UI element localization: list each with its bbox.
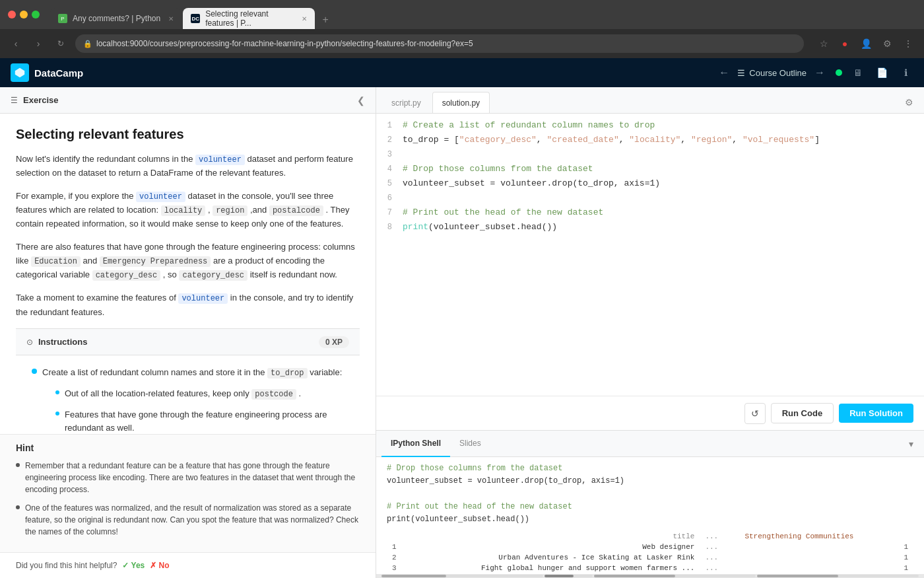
- line-num-8: 8: [376, 221, 403, 235]
- tab-close-active-button[interactable]: ✕: [302, 15, 307, 22]
- editor-settings-button[interactable]: ⚙: [900, 92, 919, 113]
- shell-collapse-button[interactable]: ▾: [904, 433, 919, 454]
- instruction-item-1: Create a list of redundant column names …: [32, 366, 344, 379]
- tab-script-py[interactable]: script.py: [381, 92, 431, 113]
- code-line-1: 1 # Create a list of redundant column na…: [376, 119, 924, 133]
- code-editor: script.py solution.py ⚙ 1 # Create a lis…: [376, 87, 924, 431]
- hint-title: Hint: [16, 443, 360, 453]
- maximize-window-button[interactable]: [32, 11, 40, 18]
- shell-scrollbar[interactable]: [376, 574, 924, 578]
- code-postcode: postcode: [251, 389, 296, 400]
- document-icon[interactable]: 📄: [874, 65, 890, 81]
- reset-button[interactable]: ↺: [744, 403, 766, 424]
- table-cell-1-title: Web designer: [402, 542, 700, 552]
- scrollbar-thumb-3[interactable]: [594, 575, 675, 577]
- reload-button[interactable]: ↻: [53, 36, 69, 52]
- next-chapter-button[interactable]: →: [812, 64, 828, 81]
- scrollbar-thumb-1[interactable]: [381, 575, 446, 577]
- menu-icon[interactable]: ⋮: [900, 36, 916, 52]
- tab-label: Any comments? | Python: [73, 14, 160, 23]
- browser-tabs: P Any comments? | Python ✕ DC Selecting …: [50, 0, 335, 29]
- header-right: 🖥 📄 ℹ: [836, 65, 913, 81]
- shell-line-blank: [387, 488, 913, 500]
- extension-icon-3[interactable]: ⚙: [879, 36, 895, 52]
- back-button[interactable]: ‹: [8, 36, 24, 52]
- scrollbar-track-2[interactable]: [544, 575, 593, 577]
- table-cell-header-num: [387, 531, 402, 542]
- code-line-8: 8 print(volunteer_subset.head()): [376, 221, 924, 235]
- prev-chapter-button[interactable]: ←: [716, 64, 732, 81]
- new-tab-button[interactable]: +: [316, 11, 335, 29]
- header-nav-center: ← ☰ Course Outline →: [716, 64, 828, 81]
- close-window-button[interactable]: [8, 11, 16, 18]
- hint-dot-1: [16, 463, 20, 467]
- code-region: region: [213, 205, 248, 216]
- scrollbar-track-4[interactable]: [757, 575, 919, 577]
- exercise-content: Selecting relevant features Now let's id…: [0, 114, 376, 434]
- instruction-text-1: Create a list of redundant column names …: [42, 366, 342, 379]
- minimize-window-button[interactable]: [20, 11, 28, 18]
- shell-line-code-2: print(volunteer_subset.head()): [387, 513, 913, 526]
- scrollbar-track-3[interactable]: [594, 575, 756, 577]
- exercise-paragraph-1: Now let's identify the redundant columns…: [16, 153, 360, 180]
- table-cell-3-num: 3: [387, 563, 402, 573]
- editor-actions: ↺ Run Code Run Solution: [376, 396, 924, 430]
- hint-dot-2: [16, 505, 20, 509]
- shell-line-comment-2: # Print out the head of the new dataset: [387, 501, 913, 513]
- hint-yes-button[interactable]: ✓ Yes: [122, 561, 145, 570]
- line-num-3: 3: [376, 148, 403, 163]
- feedback-text: Did you find this hint helpful?: [16, 561, 117, 570]
- hint-no-button[interactable]: ✗ No: [150, 561, 169, 570]
- shell-output-table: title ... Strengthening Communities 1 We…: [387, 531, 913, 574]
- tab-script-label: script.py: [391, 98, 421, 108]
- ipython-tab-label: IPython Shell: [391, 439, 441, 448]
- course-outline-button[interactable]: ☰ Course Outline: [737, 68, 807, 78]
- address-text: localhost:9000/courses/preprocessing-for…: [96, 39, 473, 48]
- table-row-2: 2 Urban Adventures - Ice Skating at Lask…: [387, 552, 913, 563]
- tab-slides[interactable]: Slides: [450, 431, 490, 457]
- datacamp-logo: DataCamp: [11, 63, 708, 82]
- extension-icon-2[interactable]: 👤: [858, 36, 874, 52]
- instructions-panel: ⊙ Instructions 0 XP Create a list of red…: [16, 328, 360, 434]
- table-cell-header-val: [898, 531, 913, 542]
- scrollbar-track-1[interactable]: [381, 575, 543, 577]
- forward-button[interactable]: ›: [30, 36, 46, 52]
- extension-icon-1[interactable]: ●: [837, 36, 853, 52]
- tab-close-button[interactable]: ✕: [168, 15, 174, 22]
- exercise-title: Selecting relevant features: [16, 127, 360, 142]
- bookmark-icon[interactable]: ☆: [816, 36, 832, 52]
- line-num-7: 7: [376, 206, 403, 221]
- tab-selecting-features[interactable]: DC Selecting relevant features | P... ✕: [183, 8, 315, 29]
- content-area: ☰ Exercise ❮ Selecting relevant features…: [0, 87, 924, 578]
- course-outline-label: Course Outline: [749, 68, 807, 78]
- tab-favicon-dc: DC: [191, 14, 200, 23]
- xp-badge: 0 XP: [319, 336, 349, 348]
- tab-any-comments[interactable]: P Any comments? | Python ✕: [50, 8, 182, 29]
- editor-tabs: script.py solution.py ⚙: [376, 87, 924, 114]
- code-volunteer-3: volunteer: [178, 293, 228, 304]
- code-locality: locality: [161, 205, 206, 216]
- run-code-button[interactable]: Run Code: [771, 403, 834, 423]
- hint-text-1: Remember that a redundant feature can be…: [25, 460, 360, 495]
- shell-line-comment-1: # Drop those columns from the dataset: [387, 462, 913, 475]
- code-line-4: 4 # Drop those columns from the dataset: [376, 163, 924, 177]
- line-num-4: 4: [376, 163, 403, 177]
- tab-ipython-shell[interactable]: IPython Shell: [381, 431, 450, 457]
- code-line-5: 5 volunteer_subset = volunteer.drop(to_d…: [376, 177, 924, 192]
- scrollbar-thumb-2[interactable]: [544, 575, 574, 577]
- scrollbar-thumb-4[interactable]: [757, 575, 838, 577]
- tab-favicon-green: P: [58, 14, 67, 23]
- info-icon[interactable]: ℹ: [898, 65, 913, 81]
- instruction-subtext-2: Features that have gone through the feat…: [65, 408, 344, 434]
- shell-content[interactable]: # Drop those columns from the dataset vo…: [376, 457, 924, 574]
- line-num-6: 6: [376, 192, 403, 206]
- run-solution-button[interactable]: Run Solution: [839, 404, 913, 423]
- code-education: Education: [31, 256, 81, 267]
- line-num-2: 2: [376, 133, 403, 148]
- code-content[interactable]: 1 # Create a list of redundant column na…: [376, 114, 924, 396]
- tab-solution-py[interactable]: solution.py: [432, 92, 490, 113]
- collapse-panel-button[interactable]: ❮: [357, 95, 365, 106]
- address-bar[interactable]: 🔒 localhost:9000/courses/preprocessing-f…: [75, 34, 804, 53]
- monitor-icon[interactable]: 🖥: [850, 65, 866, 81]
- table-cell-3-dots: ...: [700, 563, 739, 573]
